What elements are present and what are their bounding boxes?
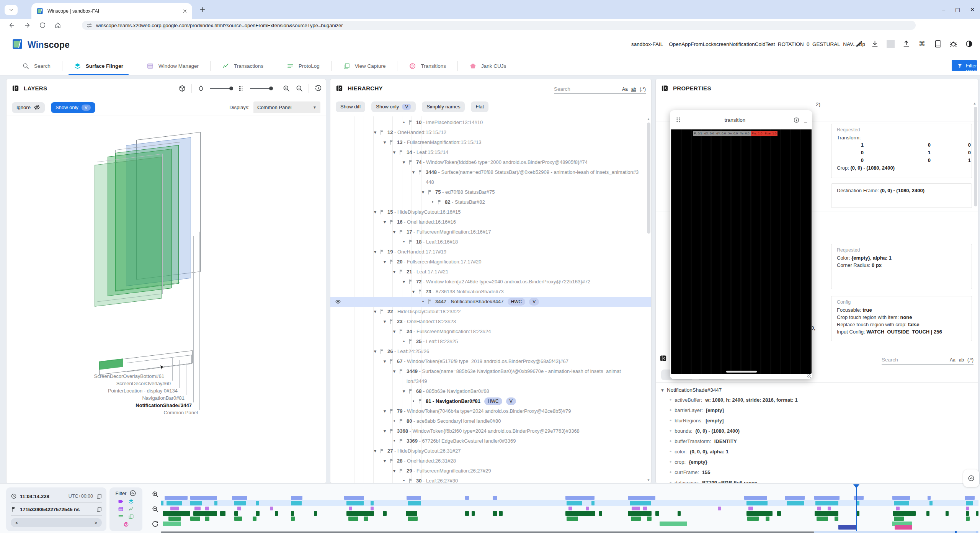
property-item-bounds[interactable]: •bounds:(0, 0) - (1080, 2400) bbox=[660, 426, 973, 436]
pin-flag-icon[interactable] bbox=[389, 358, 395, 364]
timeline-block-transactions[interactable] bbox=[966, 511, 969, 516]
expand-arrow-icon[interactable]: ▾ bbox=[420, 187, 426, 197]
overlay-minimize-button[interactable]: _ bbox=[804, 117, 807, 123]
browser-home-button[interactable] bbox=[54, 22, 61, 29]
timeline-block-surfaceflinger[interactable] bbox=[371, 501, 374, 505]
playhead-line[interactable] bbox=[856, 487, 857, 531]
timeline-block-protolog[interactable] bbox=[348, 517, 358, 521]
property-item-barrierLayer[interactable]: •barrierLayer:[empty] bbox=[660, 405, 973, 415]
timeline-block-transactions[interactable] bbox=[926, 511, 929, 516]
regex-icon[interactable]: (.*) bbox=[967, 357, 973, 363]
expand-arrow-icon[interactable]: ▾ bbox=[381, 426, 388, 436]
show-only-v-chip[interactable]: Show only V bbox=[51, 102, 95, 113]
documentation-icon[interactable] bbox=[934, 40, 942, 48]
layer-sheet[interactable] bbox=[95, 157, 162, 307]
timeline-block-transactions[interactable] bbox=[493, 511, 497, 516]
protolog-icon[interactable] bbox=[118, 514, 124, 520]
timeline-block-transactions[interactable] bbox=[193, 511, 217, 516]
pin-flag-icon[interactable] bbox=[408, 338, 414, 344]
timeline-block-transactions[interactable] bbox=[383, 511, 387, 516]
timeline-block-windowmanager[interactable] bbox=[586, 507, 589, 510]
timeline-viewport-bar[interactable] bbox=[814, 531, 978, 533]
timeline-block-surfaceflinger[interactable] bbox=[408, 501, 421, 505]
match-case-icon[interactable]: Aa bbox=[950, 357, 956, 363]
timeline-block-transitions[interactable] bbox=[892, 496, 910, 500]
timeline-block-transitions[interactable] bbox=[785, 496, 805, 500]
timeline-block-transactions[interactable] bbox=[234, 511, 238, 516]
properties-tree-root[interactable]: ▼ NotificationShade#3447 bbox=[660, 386, 973, 395]
timeline-block-surfaceflinger[interactable] bbox=[787, 501, 804, 505]
timeline-block-transactions[interactable] bbox=[893, 511, 916, 516]
timeline-block-transitions[interactable] bbox=[854, 496, 864, 500]
view-capture-icon[interactable] bbox=[128, 514, 134, 520]
pin-flag-icon[interactable] bbox=[427, 299, 433, 304]
collapse-panel-icon[interactable] bbox=[12, 85, 19, 92]
expand-timeline-button[interactable] bbox=[963, 469, 979, 487]
timeline-canvas[interactable] bbox=[161, 484, 978, 533]
scroll-up-icon[interactable]: ▲ bbox=[973, 101, 977, 105]
pin-flag-icon[interactable] bbox=[408, 239, 414, 245]
property-item-blurRegions[interactable]: •blurRegions:[empty] bbox=[660, 415, 973, 426]
timeline-block-transitions[interactable] bbox=[291, 496, 302, 500]
match-word-icon[interactable]: ab bbox=[631, 87, 636, 92]
timeline-block-surfaceflinger[interactable] bbox=[291, 501, 302, 505]
timeline-block-transactions[interactable] bbox=[291, 511, 294, 516]
timeline-block-transitions[interactable] bbox=[190, 496, 217, 500]
scroll-down-icon[interactable]: ▼ bbox=[647, 478, 650, 482]
timeline-block-transitions[interactable] bbox=[965, 496, 975, 500]
visibility-icon[interactable] bbox=[335, 299, 341, 305]
timeline-block-protolog[interactable] bbox=[291, 517, 295, 521]
resize-handle[interactable] bbox=[807, 374, 811, 378]
timeline-block-transitions[interactable] bbox=[744, 496, 767, 500]
expand-arrow-icon[interactable]: ▾ bbox=[391, 366, 398, 376]
tree-row-20[interactable]: ▾20 - FullscreenMagnification:17:17#20 bbox=[330, 257, 651, 267]
tree-row-3368[interactable]: ▾3368 - WindowToken{f6b2f60 type=2024 an… bbox=[330, 426, 651, 436]
timeline-block-windowmanager[interactable] bbox=[205, 507, 209, 510]
timeline-block-transitions[interactable] bbox=[814, 496, 840, 500]
new-tab-button[interactable] bbox=[199, 6, 206, 13]
timeline-block-transitions[interactable] bbox=[407, 496, 421, 500]
copy-icon[interactable] bbox=[96, 494, 102, 499]
pin-flag-icon[interactable] bbox=[389, 219, 395, 225]
expand-arrow-icon[interactable]: ▾ bbox=[391, 466, 398, 476]
chip-simplify-names[interactable]: Simplify names bbox=[422, 101, 465, 112]
timeline-block-surfaceflinger[interactable] bbox=[630, 501, 651, 505]
tree-row-73[interactable]: ▾73 - 8736138 NotificationShade#73 bbox=[330, 287, 651, 297]
tree-row-23[interactable]: ▾23 - OneHanded:18:23#23 bbox=[330, 317, 651, 327]
timeline-block-transitions[interactable] bbox=[493, 496, 497, 500]
tree-row-29[interactable]: ▾29 - FullscreenMagnification:26:27#29 bbox=[330, 466, 651, 476]
zoom-in-icon[interactable] bbox=[283, 85, 290, 92]
pin-flag-icon[interactable] bbox=[408, 279, 414, 284]
timeline-block-viewcapture[interactable] bbox=[660, 522, 687, 526]
collapse-panel-icon[interactable] bbox=[660, 355, 667, 362]
pin-flag-icon[interactable] bbox=[399, 418, 404, 424]
timeline-block-windowmanager[interactable] bbox=[568, 507, 572, 510]
tree-row-16[interactable]: ▾16 - OneHanded:16:16#16 bbox=[330, 217, 651, 227]
timeline-reset-icon[interactable] bbox=[152, 520, 159, 528]
transitions-icon[interactable] bbox=[123, 522, 129, 527]
human-timestamp[interactable]: 11:04:14.228 bbox=[20, 494, 65, 499]
property-item-crop[interactable]: •crop:{empty} bbox=[660, 457, 973, 467]
tree-row-26[interactable]: ▾26 - Leaf:24:25#26 bbox=[330, 347, 651, 356]
pin-flag-icon[interactable] bbox=[379, 348, 385, 354]
regex-icon[interactable]: (.*) bbox=[640, 87, 646, 92]
expand-arrow-icon[interactable]: ▾ bbox=[391, 147, 398, 157]
tab-window-manager[interactable]: Window Manager bbox=[135, 57, 210, 75]
timeline-block-jank-cuj[interactable] bbox=[895, 525, 912, 530]
timeline-block-transactions[interactable] bbox=[220, 511, 225, 516]
tree-row-72[interactable]: ▾72 - WindowToken{a2746de type=2040 andr… bbox=[330, 277, 651, 287]
timeline-block-transactions[interactable] bbox=[256, 511, 260, 516]
timeline-block-protolog[interactable] bbox=[835, 517, 838, 521]
expand-arrow-icon[interactable]: ▾ bbox=[372, 128, 379, 137]
scene-label[interactable]: ScreenDecorOverlay#60 bbox=[116, 381, 171, 386]
collapse-panel-icon[interactable] bbox=[336, 85, 343, 92]
timeline-block-protolog[interactable] bbox=[647, 517, 652, 521]
pin-flag-icon[interactable] bbox=[437, 199, 443, 205]
pin-flag-icon[interactable] bbox=[408, 388, 414, 394]
timeline-block-protolog[interactable] bbox=[631, 517, 641, 521]
expand-arrow-icon[interactable]: ▾ bbox=[381, 456, 388, 466]
pin-flag-icon[interactable] bbox=[399, 468, 404, 474]
rotation-icon[interactable] bbox=[197, 85, 205, 92]
timeline-block-protolog[interactable] bbox=[168, 517, 181, 521]
prev-frame-button[interactable]: < bbox=[15, 520, 18, 526]
